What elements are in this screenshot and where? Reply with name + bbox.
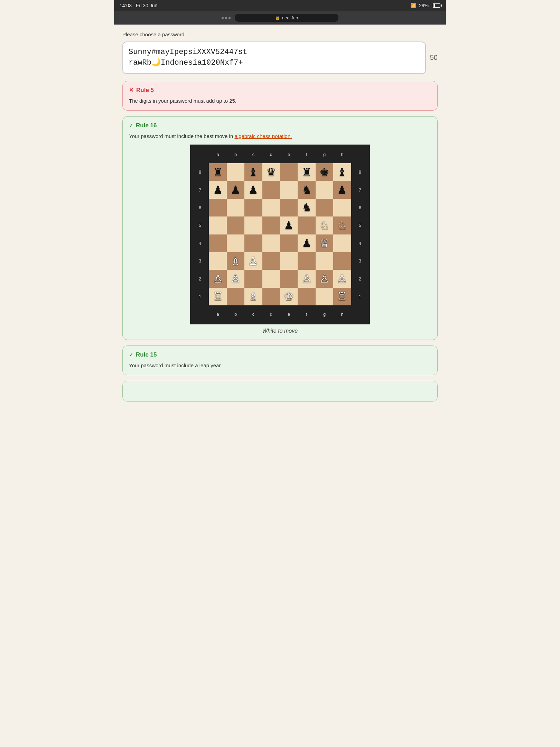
battery-icon xyxy=(433,3,440,8)
black-piece: ♛ xyxy=(266,167,276,178)
board-cell xyxy=(280,181,298,199)
coord-label xyxy=(191,146,209,163)
board-cell xyxy=(227,199,244,216)
white-piece: ♙ xyxy=(231,273,241,284)
browser-dot-3 xyxy=(228,17,231,19)
date: Fri 30 Jun xyxy=(136,3,157,8)
rule-16-text-before: Your password must include the best move… xyxy=(129,133,234,139)
coord-label: b xyxy=(227,146,244,163)
password-row: Sunny#mayIpepsiXXXV52447st rawRb🌙Indones… xyxy=(122,42,438,74)
rule-15-body: Your password must include a leap year. xyxy=(129,362,431,370)
coord-label: 2 xyxy=(191,270,209,287)
board-cell xyxy=(333,234,351,252)
coord-label: h xyxy=(333,146,351,163)
board-cell xyxy=(298,288,315,305)
board-cell xyxy=(227,216,244,234)
coord-label: 6 xyxy=(191,199,209,216)
password-line1: Sunny#mayIpepsiXXXV52447st xyxy=(129,48,247,56)
board-cell: ♗ xyxy=(227,252,244,270)
chess-board-wrapper: abcdefgh8♜♝♛♜♚♝87♟♟♟♞♟76♞65♟♘♘54♟♕43♗♙32… xyxy=(190,145,370,324)
wifi-icon: 📶 xyxy=(410,3,416,8)
black-piece: ♟ xyxy=(231,184,241,195)
time: 14:03 xyxy=(120,3,132,8)
board-cell: ♙ xyxy=(333,270,351,287)
board-cell xyxy=(262,234,280,252)
board-cell xyxy=(209,252,226,270)
coord-label: 5 xyxy=(191,216,209,234)
board-cell xyxy=(244,199,262,216)
coord-label: b xyxy=(227,305,244,323)
board-cell xyxy=(280,270,298,287)
board-cell: ♛ xyxy=(262,163,280,181)
board-cell xyxy=(209,199,226,216)
board-cell xyxy=(262,288,280,305)
white-piece: ♘ xyxy=(337,220,347,231)
url-text: neal.fun xyxy=(282,15,298,20)
board-cell xyxy=(280,199,298,216)
black-piece: ♞ xyxy=(302,202,312,213)
board-cell xyxy=(227,288,244,305)
coord-label: 7 xyxy=(191,181,209,199)
board-cell: ♝ xyxy=(244,163,262,181)
board-cell: ♙ xyxy=(244,252,262,270)
rule-15-header: ✓ Rule 15 xyxy=(129,351,431,358)
board-cell: ♟ xyxy=(333,181,351,199)
browser-dot-2 xyxy=(225,17,227,19)
rule-16-header: ✓ Rule 16 xyxy=(129,122,431,129)
board-cell: ♜ xyxy=(209,163,226,181)
coord-label: d xyxy=(262,305,280,323)
coord-label: e xyxy=(280,146,298,163)
black-piece: ♚ xyxy=(319,167,329,178)
board-cell: ♙ xyxy=(298,270,315,287)
board-cell: ♞ xyxy=(298,181,315,199)
black-piece: ♟ xyxy=(337,184,347,195)
choose-password-label: Please choose a password xyxy=(122,31,438,37)
board-cell: ♔ xyxy=(280,288,298,305)
rule-next-card xyxy=(122,381,438,402)
board-cell: ♘ xyxy=(333,216,351,234)
white-piece: ♖ xyxy=(337,291,347,302)
coord-label: f xyxy=(298,305,315,323)
browser-url-bar[interactable]: 🔒 neal.fun xyxy=(235,14,338,22)
password-input[interactable]: Sunny#mayIpepsiXXXV52447st rawRb🌙Indones… xyxy=(122,42,426,74)
rule-16-link-text: algebraic chess notation. xyxy=(234,133,292,139)
board-cell xyxy=(333,199,351,216)
board-cell: ♗ xyxy=(244,288,262,305)
rule-15-title: Rule 15 xyxy=(136,351,157,358)
status-bar-right: 📶 29% xyxy=(410,3,440,8)
rule-5-card: ✕ Rule 5 The digits in your password mus… xyxy=(122,81,438,111)
black-piece: ♜ xyxy=(302,167,312,178)
coord-label: h xyxy=(333,305,351,323)
black-piece: ♟ xyxy=(284,220,294,231)
board-cell xyxy=(209,216,226,234)
coord-label: 2 xyxy=(351,270,369,287)
main-content: Please choose a password Sunny#mayIpepsi… xyxy=(114,25,446,414)
black-piece: ♟ xyxy=(302,238,312,249)
coord-label: e xyxy=(280,305,298,323)
white-piece: ♙ xyxy=(213,273,223,284)
board-cell: ♕ xyxy=(316,234,333,252)
chess-container: abcdefgh8♜♝♛♜♚♝87♟♟♟♞♟76♞65♟♘♘54♟♕43♗♙32… xyxy=(129,145,431,334)
black-piece: ♞ xyxy=(302,184,312,195)
status-bar-left: 14:03 Fri 30 Jun xyxy=(120,3,157,8)
board-cell: ♙ xyxy=(316,270,333,287)
coord-label: 3 xyxy=(351,252,369,270)
board-cell: ♖ xyxy=(333,288,351,305)
black-piece: ♝ xyxy=(337,167,347,178)
lock-icon: 🔒 xyxy=(275,16,280,20)
white-piece: ♙ xyxy=(319,273,329,284)
algebraic-chess-notation-link[interactable]: algebraic chess notation. xyxy=(234,133,292,139)
rule-15-pass-icon: ✓ xyxy=(129,352,133,358)
coord-label: 6 xyxy=(351,199,369,216)
coord-label: a xyxy=(209,305,226,323)
board-cell: ♟ xyxy=(298,234,315,252)
board-cell: ♟ xyxy=(244,181,262,199)
white-piece: ♖ xyxy=(213,291,223,302)
board-cell: ♙ xyxy=(209,270,226,287)
rule-16-title: Rule 16 xyxy=(136,122,157,129)
board-cell xyxy=(298,216,315,234)
battery-percent: 29% xyxy=(419,3,429,8)
rule-16-body: Your password must include the best move… xyxy=(129,132,431,140)
password-count: 50 xyxy=(430,54,438,62)
coord-label: g xyxy=(316,146,333,163)
